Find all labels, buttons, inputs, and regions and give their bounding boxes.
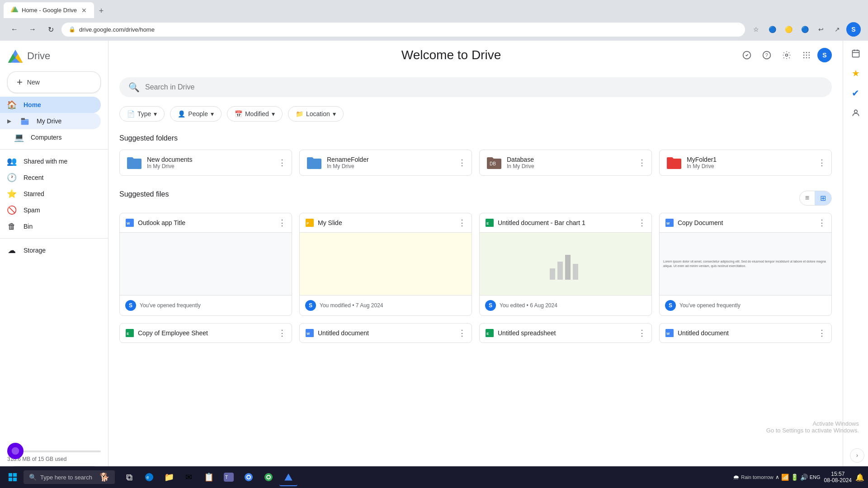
- sidebar-item-computers[interactable]: 💻 Computers: [0, 129, 101, 145]
- folder-menu-database[interactable]: ⋮: [636, 156, 648, 169]
- file-menu-untitled[interactable]: ⋮: [458, 328, 466, 338]
- file-card-outlook-app[interactable]: W Outlook app Title ⋮ S You've opened fr…: [119, 213, 292, 316]
- extension5-icon[interactable]: ↗: [830, 22, 844, 37]
- suggested-folders-section: Suggested folders New documents In My Dr…: [108, 127, 843, 183]
- search-icon: 🔍: [128, 82, 140, 93]
- file-card-employee-sheet[interactable]: E Copy of Employee Sheet ⋮: [119, 323, 292, 343]
- taskbar-notifications-icon[interactable]: 🔔: [855, 473, 864, 482]
- taskbar-app-task-view[interactable]: ⧉: [120, 468, 138, 486]
- refresh-button[interactable]: ↻: [43, 22, 58, 37]
- filter-location-button[interactable]: 📁 Location ▾: [288, 106, 344, 122]
- sidebar-item-my-drive[interactable]: ▶ My Drive: [0, 113, 101, 129]
- file-menu-slide[interactable]: ⋮: [458, 218, 466, 228]
- search-input[interactable]: [145, 83, 823, 91]
- new-button[interactable]: + New: [7, 71, 101, 93]
- file-menu-employee[interactable]: ⋮: [278, 328, 286, 338]
- file-menu-untitled-sheet[interactable]: ⋮: [638, 328, 646, 338]
- file-card-untitled-doc2[interactable]: W Untitled document ⋮: [659, 323, 832, 343]
- bin-icon: 🗑: [7, 222, 16, 231]
- taskbar-app-trello[interactable]: 📋: [200, 468, 218, 486]
- file-grid-row2: E Copy of Employee Sheet ⋮ W Untitled do…: [119, 323, 832, 343]
- svg-rect-42: [852, 50, 859, 57]
- doc-icon-untitled2: W: [665, 328, 674, 338]
- filter-people-button[interactable]: 👤 People ▾: [170, 106, 222, 122]
- settings-icon[interactable]: [778, 46, 796, 64]
- taskbar-app-edge[interactable]: e: [140, 468, 158, 486]
- file-menu-untitled2[interactable]: ⋮: [818, 328, 826, 338]
- taskbar-clock[interactable]: 15:57 08-08-2024: [824, 471, 852, 483]
- filter-modified-button[interactable]: 📅 Modified ▾: [227, 106, 283, 122]
- check-circle-icon[interactable]: [738, 46, 756, 64]
- extension4-icon[interactable]: ↩: [814, 22, 828, 37]
- sidebar-item-storage[interactable]: ☁ Storage: [0, 242, 101, 258]
- right-sidebar-person-icon[interactable]: [847, 104, 865, 122]
- file-card-bar-chart[interactable]: E Untitled document - Bar chart 1 ⋮: [479, 213, 652, 316]
- active-tab[interactable]: Home - Google Drive ✕: [4, 2, 94, 18]
- file-name-untitled: Untitled document: [318, 329, 454, 337]
- sidebar-item-recent[interactable]: 🕐 Recent: [0, 169, 101, 186]
- sidebar-item-shared[interactable]: 👥 Shared with me: [0, 153, 101, 169]
- doc-icon-outlook: W: [125, 218, 134, 227]
- taskbar-app-outlook[interactable]: ✉: [180, 468, 198, 486]
- apps-icon[interactable]: [797, 46, 816, 64]
- right-sidebar-star-icon[interactable]: ★: [847, 64, 865, 82]
- folder-card-rename-folder[interactable]: RenameFolder In My Drive ⋮: [299, 150, 472, 176]
- taskbar-app-chrome2[interactable]: [259, 468, 278, 486]
- browser-user-avatar[interactable]: S: [846, 22, 861, 37]
- taskbar-rain-text: Rain tomorrow: [741, 474, 774, 480]
- list-view-toggle[interactable]: ≡: [800, 191, 815, 205]
- extension3-icon[interactable]: 🔵: [797, 22, 812, 37]
- svg-point-17: [809, 55, 810, 56]
- file-card-copy-document[interactable]: W Copy Document ⋮ Lorem ipsum dolor sit …: [659, 213, 832, 316]
- right-sidebar-expand-icon[interactable]: ›: [850, 448, 864, 463]
- file-menu-chart[interactable]: ⋮: [638, 218, 646, 228]
- file-card-untitled-sheet[interactable]: E Untitled spreadsheet ⋮: [479, 323, 652, 343]
- folder-menu-new-documents[interactable]: ⋮: [276, 156, 288, 169]
- file-preview-slide: [300, 232, 472, 296]
- sidebar-item-bin[interactable]: 🗑 Bin: [0, 218, 101, 235]
- modified-filter-chevron: ▾: [272, 110, 275, 117]
- folder-card-database[interactable]: DB Database In My Drive ⋮: [479, 150, 652, 176]
- windows-start-button[interactable]: [4, 468, 22, 486]
- file-menu-outlook[interactable]: ⋮: [278, 218, 286, 228]
- new-tab-button[interactable]: +: [94, 4, 108, 18]
- file-card-untitled-doc[interactable]: W Untitled document ⋮: [299, 323, 472, 343]
- taskbar-search-box[interactable]: 🔍 Type here to search 🐕: [24, 470, 115, 484]
- file-menu-copy-doc[interactable]: ⋮: [818, 218, 826, 228]
- back-button[interactable]: ←: [7, 22, 22, 37]
- taskbar-expand-icon[interactable]: ∧: [775, 474, 779, 480]
- taskbar-current-app-drive[interactable]: [279, 468, 297, 486]
- modified-filter-icon: 📅: [235, 110, 242, 117]
- url-bar[interactable]: 🔒 drive.google.com/drive/home: [61, 23, 745, 37]
- location-filter-label: Location: [306, 110, 330, 117]
- taskbar-app-teams[interactable]: T: [220, 468, 238, 486]
- filter-type-button[interactable]: 📄 Type ▾: [119, 106, 165, 122]
- grid-view-toggle[interactable]: ⊞: [815, 191, 831, 205]
- file-card-my-slide[interactable]: P My Slide ⋮ S You modified • 7 Aug 2024: [299, 213, 472, 316]
- taskbar-app-file-explorer[interactable]: 📁: [160, 468, 178, 486]
- doc-icon-copy-doc: W: [665, 218, 674, 227]
- extension1-icon[interactable]: 🔵: [765, 22, 779, 37]
- tab-close-icon[interactable]: ✕: [81, 7, 87, 14]
- sidebar-item-home[interactable]: 🏠 Home: [0, 97, 101, 113]
- folder-card-new-documents[interactable]: New documents In My Drive ⋮: [119, 150, 292, 176]
- right-sidebar-calendar-icon[interactable]: [847, 44, 865, 62]
- bookmark-icon[interactable]: ☆: [749, 22, 763, 37]
- sidebar-item-starred[interactable]: ⭐ Starred: [0, 186, 101, 202]
- extension2-icon[interactable]: 🟡: [781, 22, 796, 37]
- sidebar-item-spam[interactable]: 🚫 Spam: [0, 202, 101, 218]
- folder-card-myfolder1[interactable]: MyFolder1 In My Drive ⋮: [659, 150, 832, 176]
- taskbar-app-chrome[interactable]: [240, 468, 258, 486]
- folder-menu-rename-folder[interactable]: ⋮: [456, 156, 468, 169]
- type-filter-label: Type: [137, 110, 151, 117]
- search-bar[interactable]: 🔍: [119, 77, 832, 97]
- file-header-untitled: W Untitled document ⋮: [300, 324, 472, 343]
- forward-button[interactable]: →: [25, 22, 40, 37]
- purple-notification-circle[interactable]: [7, 443, 24, 459]
- user-avatar[interactable]: S: [817, 48, 832, 62]
- file-header-employee: E Copy of Employee Sheet ⋮: [120, 324, 292, 343]
- right-sidebar-check-icon[interactable]: ✔: [847, 84, 865, 102]
- help-icon[interactable]: ?: [758, 46, 776, 64]
- folder-menu-myfolder1[interactable]: ⋮: [816, 156, 828, 169]
- file-name-slide: My Slide: [318, 219, 454, 226]
